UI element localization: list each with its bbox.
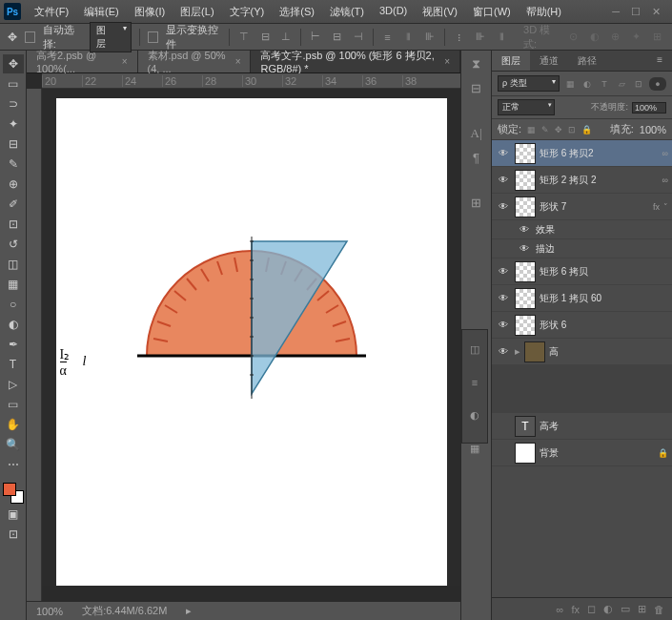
tab-paths[interactable]: 路径 (568, 51, 606, 71)
lock-nest-icon[interactable]: ⊡ (568, 125, 576, 134)
layer-row[interactable]: 👁形状 7fx˅ (492, 194, 672, 220)
dist-icon6[interactable]: ⫴ (495, 30, 508, 45)
layer-thumb[interactable] (515, 143, 536, 164)
opacity-value[interactable]: 100% (632, 102, 666, 114)
fx-icon[interactable]: fx (571, 604, 580, 615)
layer-thumb[interactable] (515, 315, 536, 336)
group-icon[interactable]: ▭ (621, 603, 630, 615)
ruler-horizontal[interactable]: 20222426283032343638 (42, 73, 460, 89)
3d-icon2[interactable]: ◐ (587, 30, 601, 45)
path-tool[interactable]: ▷ (3, 375, 24, 394)
menu-window[interactable]: 窗口(W) (465, 5, 519, 19)
menu-image[interactable]: 图像(I) (127, 5, 173, 19)
dist-icon2[interactable]: ⫴ (402, 30, 416, 45)
menu-help[interactable]: 帮助(H) (519, 5, 569, 19)
type-thumb[interactable]: T (515, 416, 536, 437)
layer-row[interactable]: 👁形状 6 (492, 312, 672, 339)
visibility-icon[interactable]: 👁 (496, 346, 511, 357)
doc-info-arrow[interactable]: ▸ (186, 605, 192, 617)
layer-row[interactable]: 👁矩形 6 拷贝 (492, 258, 672, 285)
menu-filter[interactable]: 滤镜(T) (322, 5, 372, 19)
layer-thumb[interactable] (515, 196, 536, 217)
menu-type[interactable]: 文字(Y) (222, 5, 273, 19)
adjust-icon[interactable]: ◐ (603, 603, 613, 615)
visibility-icon[interactable]: 👁 (496, 148, 511, 158)
panel-icon-a[interactable]: ◫ (470, 343, 479, 356)
dist-icon3[interactable]: ⊪ (423, 30, 437, 45)
doc-tab-2[interactable]: 素材.psd @ 50% (4, ...× (138, 51, 252, 72)
panel-icon-b[interactable]: ≡ (472, 377, 478, 388)
close-tab-icon[interactable]: × (235, 56, 241, 67)
fx-toggle-icon[interactable]: ˅ (663, 202, 668, 212)
align-vcenter-icon[interactable]: ⊟ (258, 30, 272, 45)
maximize-button[interactable]: ☐ (631, 6, 641, 18)
layer-thumb[interactable] (515, 443, 536, 464)
visibility-icon[interactable]: 👁 (517, 224, 532, 235)
align-top-icon[interactable]: ⊤ (237, 30, 251, 45)
menu-3d[interactable]: 3D(D) (372, 5, 415, 19)
crop-tool[interactable]: ⊟ (3, 134, 24, 154)
3d-icon5[interactable]: ⊞ (651, 30, 664, 45)
zoom-tool[interactable]: 🔍 (3, 435, 24, 454)
blur-tool[interactable]: ○ (3, 295, 24, 314)
layer-name[interactable]: 矩形 1 拷贝 60 (540, 292, 668, 305)
lock-pos-icon[interactable]: ✥ (555, 125, 562, 134)
tab-channels[interactable]: 通道 (530, 51, 568, 71)
dist-icon4[interactable]: ⫶ (453, 30, 466, 45)
doc-tab-3[interactable]: 高考文字.psb @ 100% (矩形 6 拷贝2, RGB/8#) *× (251, 51, 460, 72)
lock-paint-icon[interactable]: ✎ (541, 125, 549, 134)
menu-file[interactable]: 文件(F) (27, 5, 76, 19)
folder-toggle-icon[interactable]: ▸ (515, 345, 520, 358)
filter-pixel-icon[interactable]: ▦ (563, 77, 577, 91)
layer-name[interactable]: 形状 6 (540, 319, 668, 332)
menu-edit[interactable]: 编辑(E) (76, 5, 127, 19)
layer-name[interactable]: 矩形 2 拷贝 2 (540, 174, 659, 187)
brush-tool[interactable]: ✐ (3, 195, 24, 214)
filter-adjust-icon[interactable]: ◐ (580, 77, 594, 91)
layer-name[interactable]: 高考 (540, 420, 668, 433)
fg-color[interactable] (3, 483, 16, 496)
close-button[interactable]: ✕ (652, 6, 661, 18)
wand-tool[interactable]: ✦ (3, 114, 24, 134)
3d-icon1[interactable]: ⊙ (566, 30, 580, 45)
zoom-level[interactable]: 100% (36, 606, 63, 617)
dist-icon5[interactable]: ⊪ (474, 30, 487, 45)
stamp-tool[interactable]: ⊡ (3, 215, 24, 234)
color-swatches[interactable] (3, 483, 24, 504)
dist-icon[interactable]: ≡ (380, 30, 394, 45)
glyph-icon[interactable]: ⊞ (471, 196, 481, 210)
shape-tool[interactable]: ▭ (3, 395, 24, 414)
ruler-vertical[interactable] (27, 89, 42, 601)
layer-thumb[interactable] (515, 170, 536, 191)
canvas[interactable]: I₂ α l (56, 98, 447, 586)
para-icon[interactable]: ¶ (473, 151, 479, 165)
history-brush-tool[interactable]: ↺ (3, 235, 24, 254)
close-tab-icon[interactable]: × (444, 56, 450, 67)
align-right-icon[interactable]: ⊣ (351, 30, 364, 45)
properties-icon[interactable]: ⊟ (471, 81, 481, 95)
eraser-tool[interactable]: ◫ (3, 255, 24, 274)
panel-icon-d[interactable]: ▦ (470, 443, 479, 455)
3d-icon4[interactable]: ✦ (630, 30, 643, 45)
hand-tool[interactable]: ✋ (3, 415, 24, 434)
type-tool[interactable]: T (3, 355, 24, 374)
close-tab-icon[interactable]: × (122, 56, 128, 67)
doc-tab-1[interactable]: 高考2.psb @ 100%(...× (27, 51, 138, 72)
screen-mode[interactable]: ⊡ (3, 525, 24, 544)
layer-name[interactable]: 矩形 6 拷贝2 (540, 147, 659, 160)
delete-icon[interactable]: 🗑 (654, 604, 664, 615)
doc-info[interactable]: 文档:6.44M/6.62M (82, 604, 167, 618)
minimize-button[interactable]: ─ (612, 6, 620, 18)
layer-row[interactable]: 背景🔒 (492, 440, 672, 466)
lock-all-icon[interactable]: 🔒 (581, 125, 592, 134)
layer-name[interactable]: 高 (549, 345, 668, 359)
layer-thumb[interactable] (515, 261, 536, 282)
layer-name[interactable]: 形状 7 (540, 200, 649, 214)
history-icon[interactable]: ⧗ (472, 56, 480, 72)
visibility-icon[interactable]: 👁 (496, 320, 511, 330)
canvas-viewport[interactable]: I₂ α l (42, 89, 460, 586)
move-tool[interactable]: ✥ (3, 54, 24, 73)
char-icon[interactable]: A| (471, 126, 482, 141)
blend-mode-dropdown[interactable]: 正常 (498, 99, 555, 115)
layer-name[interactable]: 矩形 6 拷贝 (540, 265, 668, 279)
